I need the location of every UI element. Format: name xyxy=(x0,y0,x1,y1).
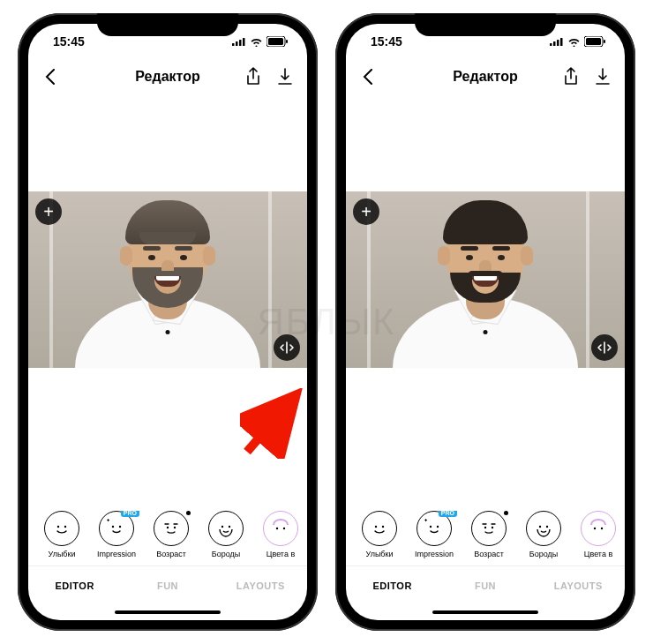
home-indicator[interactable] xyxy=(28,604,307,620)
filter-label: Бороды xyxy=(212,550,240,558)
download-button[interactable] xyxy=(275,67,295,86)
svg-rect-0 xyxy=(232,43,235,46)
plus-icon: + xyxy=(361,203,372,221)
svg-point-33 xyxy=(601,528,603,529)
back-button[interactable] xyxy=(41,67,60,86)
person-portrait-young xyxy=(397,191,574,368)
svg-rect-19 xyxy=(557,40,559,46)
filter-label: Улыбки xyxy=(49,550,76,558)
svg-rect-22 xyxy=(586,38,601,45)
face-age-icon xyxy=(154,511,189,546)
svg-rect-2 xyxy=(239,40,242,46)
filter-label: Бороды xyxy=(529,550,558,558)
add-face-button[interactable]: + xyxy=(35,198,62,225)
filter-impression[interactable]: PRO Impression xyxy=(409,511,459,558)
filter-label: Цвета в xyxy=(266,550,295,558)
svg-point-7 xyxy=(57,526,59,528)
svg-point-13 xyxy=(221,526,223,528)
svg-point-14 xyxy=(229,526,230,528)
svg-point-27 xyxy=(437,526,439,528)
filter-beards[interactable]: Бороды xyxy=(519,511,568,558)
download-button[interactable] xyxy=(593,67,612,86)
svg-point-24 xyxy=(375,526,377,528)
home-indicator[interactable] xyxy=(346,604,625,620)
status-time: 15:45 xyxy=(53,34,85,49)
tab-editor[interactable]: EDITOR xyxy=(28,566,121,604)
notch xyxy=(415,13,556,36)
edited-image[interactable]: + xyxy=(28,191,307,368)
filter-impression[interactable]: PRO Impression xyxy=(92,511,141,558)
filter-label: Impression xyxy=(97,550,136,558)
download-icon xyxy=(595,68,611,86)
svg-point-11 xyxy=(167,527,169,528)
svg-point-32 xyxy=(594,528,596,529)
svg-point-29 xyxy=(492,527,493,528)
status-time: 15:45 xyxy=(371,34,402,49)
share-icon xyxy=(245,67,261,86)
face-beard-icon xyxy=(526,511,561,546)
filter-colors[interactable]: Цвета в xyxy=(574,511,623,558)
download-icon xyxy=(277,68,293,86)
person-portrait-aged xyxy=(79,191,256,368)
tab-fun[interactable]: FUN xyxy=(121,566,214,604)
tab-editor[interactable]: EDITOR xyxy=(346,566,439,604)
tab-bar: EDITOR FUN LAYOUTS xyxy=(28,565,307,604)
filter-colors[interactable]: Цвета в xyxy=(256,511,305,558)
svg-rect-5 xyxy=(268,38,283,45)
filter-label: Цвета в xyxy=(584,550,612,558)
svg-point-25 xyxy=(382,526,384,528)
compare-icon xyxy=(280,341,294,355)
filter-age[interactable]: Возраст xyxy=(146,511,196,558)
screen: 15:45 Редактор xyxy=(28,24,307,620)
indicator-dot xyxy=(186,511,191,515)
status-indicators xyxy=(232,36,288,47)
face-age-icon xyxy=(471,511,507,546)
wifi-icon xyxy=(250,37,263,47)
face-haircolor-icon xyxy=(581,511,616,546)
compare-icon xyxy=(597,341,612,355)
svg-rect-6 xyxy=(286,40,288,43)
tab-fun[interactable]: FUN xyxy=(439,566,531,604)
signal-icon xyxy=(232,37,246,46)
edited-image[interactable]: + xyxy=(346,191,625,368)
notch xyxy=(97,13,238,36)
svg-point-15 xyxy=(276,528,278,529)
tab-layouts[interactable]: LAYOUTS xyxy=(532,566,625,604)
nav-bar: Редактор xyxy=(28,59,307,94)
filter-label: Возраст xyxy=(474,550,504,558)
face-smile-icon xyxy=(44,511,79,546)
screen: 15:45 Редактор xyxy=(346,24,625,620)
filter-label: Возраст xyxy=(156,550,186,558)
svg-point-30 xyxy=(539,526,541,528)
phone-frame-left: 15:45 Редактор xyxy=(18,13,318,631)
back-button[interactable] xyxy=(358,67,378,86)
svg-point-12 xyxy=(174,527,176,528)
compare-button[interactable] xyxy=(274,334,300,361)
phone-frame-right: 15:45 Редактор xyxy=(335,13,635,631)
face-beard-icon xyxy=(208,511,244,546)
add-face-button[interactable]: + xyxy=(353,198,379,225)
wifi-icon xyxy=(567,37,581,47)
svg-rect-18 xyxy=(553,41,556,46)
compare-button[interactable] xyxy=(591,334,618,361)
face-smile-icon xyxy=(362,511,397,546)
share-button[interactable] xyxy=(561,67,581,86)
filter-label: Улыбки xyxy=(366,550,394,558)
svg-point-9 xyxy=(112,526,114,528)
filter-row[interactable]: Улыбки PRO Impression Возраст Бороды Цве… xyxy=(346,511,625,565)
indicator-dot xyxy=(504,511,508,515)
face-haircolor-icon xyxy=(263,511,298,546)
pro-badge: PRO xyxy=(439,511,457,517)
tab-layouts[interactable]: LAYOUTS xyxy=(214,566,307,604)
plus-icon: + xyxy=(43,203,54,221)
battery-icon xyxy=(584,36,605,47)
svg-point-8 xyxy=(64,526,66,528)
share-button[interactable] xyxy=(244,67,263,86)
filter-row[interactable]: Улыбки PRO Impression Возраст Бороды Цве… xyxy=(28,511,307,565)
filter-smiles[interactable]: Улыбки xyxy=(37,511,86,558)
filter-age[interactable]: Возраст xyxy=(464,511,514,558)
svg-rect-17 xyxy=(550,43,552,46)
filter-beards[interactable]: Бороды xyxy=(201,511,251,558)
filter-smiles[interactable]: Улыбки xyxy=(355,511,404,558)
share-icon xyxy=(563,67,579,86)
